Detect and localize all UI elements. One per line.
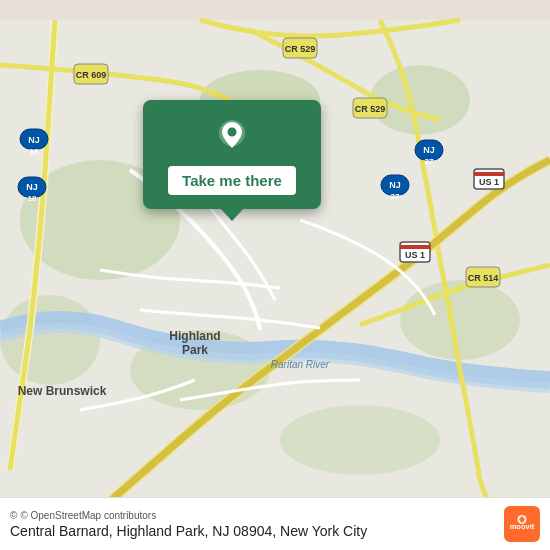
svg-text:18: 18 bbox=[30, 147, 39, 156]
svg-text:27: 27 bbox=[391, 192, 400, 201]
svg-text:US 1: US 1 bbox=[405, 250, 425, 260]
osm-credit-text: © OpenStreetMap contributors bbox=[20, 510, 156, 521]
svg-text:Highland: Highland bbox=[169, 329, 220, 343]
svg-text:NJ: NJ bbox=[28, 135, 40, 145]
svg-text:US 1: US 1 bbox=[479, 177, 499, 187]
moovit-logo: moovit bbox=[504, 506, 540, 542]
bottom-bar: © © OpenStreetMap contributors Central B… bbox=[0, 497, 550, 550]
bottom-bar-left: © © OpenStreetMap contributors Central B… bbox=[10, 510, 367, 539]
svg-text:New Brunswick: New Brunswick bbox=[18, 384, 107, 398]
map-container: CR 529 CR 529 CR 609 NJ 18 NJ 18 NJ 27 N… bbox=[0, 0, 550, 550]
svg-text:CR 529: CR 529 bbox=[285, 44, 316, 54]
svg-text:CR 609: CR 609 bbox=[76, 70, 107, 80]
svg-text:NJ: NJ bbox=[26, 182, 38, 192]
take-me-there-button[interactable]: Take me there bbox=[168, 166, 296, 195]
svg-text:CR 514: CR 514 bbox=[468, 273, 499, 283]
svg-point-7 bbox=[0, 295, 100, 385]
osm-credit: © © OpenStreetMap contributors bbox=[10, 510, 367, 521]
svg-point-37 bbox=[228, 128, 237, 137]
svg-text:18: 18 bbox=[28, 194, 37, 203]
svg-point-6 bbox=[280, 405, 440, 475]
svg-point-4 bbox=[400, 280, 520, 360]
svg-text:Park: Park bbox=[182, 343, 208, 357]
svg-text:CR 529: CR 529 bbox=[355, 104, 386, 114]
location-pin-icon bbox=[214, 118, 250, 154]
location-popup[interactable]: Take me there bbox=[143, 100, 321, 209]
moovit-icon: moovit bbox=[504, 506, 540, 542]
svg-text:NJ: NJ bbox=[389, 180, 401, 190]
svg-text:27: 27 bbox=[425, 157, 434, 166]
copyright-symbol: © bbox=[10, 510, 17, 521]
svg-text:NJ: NJ bbox=[423, 145, 435, 155]
map-background: CR 529 CR 529 CR 609 NJ 18 NJ 18 NJ 27 N… bbox=[0, 0, 550, 550]
svg-text:Raritan River: Raritan River bbox=[271, 359, 330, 370]
address-text: Central Barnard, Highland Park, NJ 08904… bbox=[10, 523, 367, 539]
